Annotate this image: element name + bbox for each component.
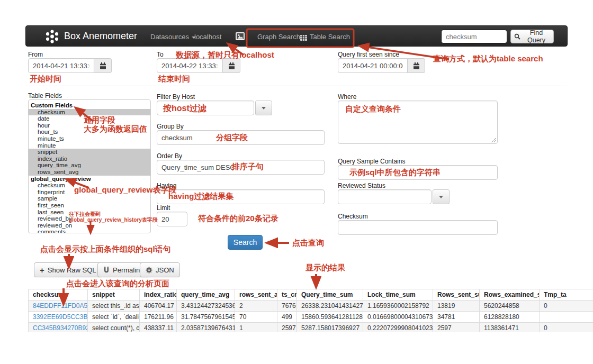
plus-icon: +	[40, 266, 44, 275]
table-cell	[540, 312, 593, 323]
table-cell: 15860.593641281128	[297, 312, 363, 323]
chevron-down-icon	[262, 107, 266, 110]
table-icon	[300, 33, 307, 43]
field-option[interactable]: minute_ts	[29, 135, 150, 142]
checksum-input[interactable]	[338, 220, 498, 235]
table-cell: 2.0358713967643154	[177, 323, 235, 333]
permalink-label: Permalink	[113, 266, 143, 274]
chevron-down-icon	[439, 196, 443, 198]
results-column-header: rows_sent_avg	[235, 289, 277, 301]
annotation-order-by: 排序子句	[232, 162, 264, 172]
field-option[interactable]: sample	[29, 195, 150, 202]
table-cell: 1	[235, 323, 277, 333]
annotation-limit: 符合条件的前20条记录	[198, 214, 278, 224]
sample-contains-label: Query Sample Contains	[338, 158, 405, 165]
table-cell: 31.784756796154564	[177, 312, 235, 323]
results-table: checksumsnippetindex_ratioquery_time_avg…	[28, 289, 593, 332]
nav-graph-search[interactable]: Graph Search	[257, 33, 300, 41]
reviewed-status-caret-button[interactable]	[433, 189, 450, 204]
table-cell: select `id`, `dealid	[88, 312, 140, 323]
search-icon	[514, 33, 520, 40]
table-cell: 0.22207299908041023	[363, 323, 433, 333]
picture-icon[interactable]	[236, 32, 245, 42]
table-cell: 2	[235, 301, 277, 312]
magnet-icon	[103, 267, 110, 274]
results-header-row: checksumsnippetindex_ratioquery_time_avg…	[29, 289, 593, 301]
field-option[interactable]: comments	[29, 229, 150, 233]
checksum-link[interactable]: CC345B934270B925	[33, 324, 88, 332]
from-calendar-button[interactable]	[94, 58, 112, 73]
annotation-group-by: 分组字段	[216, 133, 248, 143]
annotation-click-search: 点击查询	[292, 238, 324, 248]
checksum-link[interactable]: 84EDDFF11FD0A5	[33, 302, 87, 310]
resize-handle[interactable]	[491, 138, 496, 142]
table-cell: 6128828180	[480, 312, 540, 323]
annotation-gqr-fields: global_query_review表字段	[74, 185, 176, 195]
table-cell: 70	[235, 312, 277, 323]
table-cell: 5620244858	[480, 301, 540, 312]
calendar-icon	[413, 62, 420, 69]
field-option[interactable]: first_seen	[29, 202, 150, 209]
navbar-search-input[interactable]	[441, 30, 507, 43]
limit-label: Limit	[157, 204, 170, 212]
table-cell: 5287.158017396927	[297, 323, 363, 333]
table-cell: select this_.id as i	[88, 301, 140, 312]
anemometer-page: Box Anemometer Datasources localhost Gra…	[0, 0, 593, 364]
table-cell: 0	[540, 301, 593, 312]
results-column-header: Rows_examined_sum	[480, 289, 540, 301]
search-button[interactable]: Search	[228, 235, 263, 250]
divider	[25, 86, 568, 86]
table-row: 3392EE69D5CC3BB8select `id`, `dealid1762…	[29, 312, 593, 323]
show-raw-sql-button[interactable]: + Show Raw SQL	[34, 262, 102, 277]
nav-table-search[interactable]: Table Search	[310, 33, 350, 41]
field-option[interactable]: minute	[29, 142, 150, 149]
find-query-label: Find Query	[523, 29, 550, 44]
first-seen-calendar-button[interactable]	[408, 58, 425, 73]
reviewed-status-select[interactable]	[338, 189, 432, 204]
checksum-link[interactable]: 3392EE69D5CC3BB8	[33, 313, 88, 321]
filter-by-host-label: Filter By Host	[157, 93, 195, 101]
table-cell: 26338.231041431427	[297, 301, 363, 312]
annotation-search-mode: 查询方式，默认为table search	[433, 54, 543, 64]
brand-title[interactable]: Box Anemometer	[64, 31, 137, 42]
json-label: JSON	[156, 266, 174, 274]
calendar-icon	[228, 62, 235, 69]
find-query-button[interactable]: Find Query	[510, 30, 554, 43]
show-raw-sql-label: Show Raw SQL	[48, 266, 96, 274]
to-input[interactable]	[157, 58, 223, 73]
field-option[interactable]: checksum	[29, 109, 150, 116]
json-button[interactable]: JSON	[140, 262, 180, 277]
checksum-label: Checksum	[338, 213, 368, 220]
first-seen-label: Query first seen since	[338, 51, 399, 58]
field-option[interactable]: index_ratio	[29, 156, 150, 162]
table-cell: select count(*), cou	[88, 323, 140, 333]
filter-by-host-caret-button[interactable]	[255, 101, 272, 115]
field-option[interactable]: snippet	[29, 149, 150, 156]
table-cell: 1.1659360002158792	[363, 301, 433, 312]
table-cell: 1138361471	[480, 323, 540, 333]
from-input[interactable]	[28, 58, 94, 73]
table-cell: 13819	[433, 301, 480, 312]
to-calendar-button[interactable]	[223, 58, 240, 73]
gear-icon	[146, 267, 152, 274]
annotation-analyze-page: 点击会进入该查询的分析页面	[66, 279, 169, 289]
table-cell: 2597	[433, 323, 480, 333]
first-seen-input[interactable]	[338, 58, 408, 73]
nav-datasources[interactable]: Datasources	[150, 33, 196, 41]
table-cell: 7676	[277, 301, 297, 312]
table-cell: 438337.11	[140, 323, 177, 333]
limit-input[interactable]	[157, 212, 187, 226]
where-label: Where	[338, 93, 356, 101]
table-row: CC345B934270B925select count(*), cou4383…	[29, 323, 593, 333]
results-column-header: Tmp_ta	[540, 289, 593, 301]
from-label: From	[28, 51, 43, 58]
nav-datasource-localhost[interactable]: localhost	[194, 33, 221, 41]
field-option[interactable]: rows_sent_avg	[29, 169, 150, 176]
to-label: To	[157, 51, 164, 58]
field-option[interactable]: query_time_avg	[29, 162, 150, 169]
results-column-header: checksum	[29, 289, 88, 301]
table-fields-label: Table Fields	[28, 92, 62, 99]
results-column-header: Query_time_sum	[297, 289, 363, 301]
reviewed-status-label: Reviewed Status	[338, 182, 385, 189]
results-table-container: checksumsnippetindex_ratioquery_time_avg…	[28, 289, 593, 332]
